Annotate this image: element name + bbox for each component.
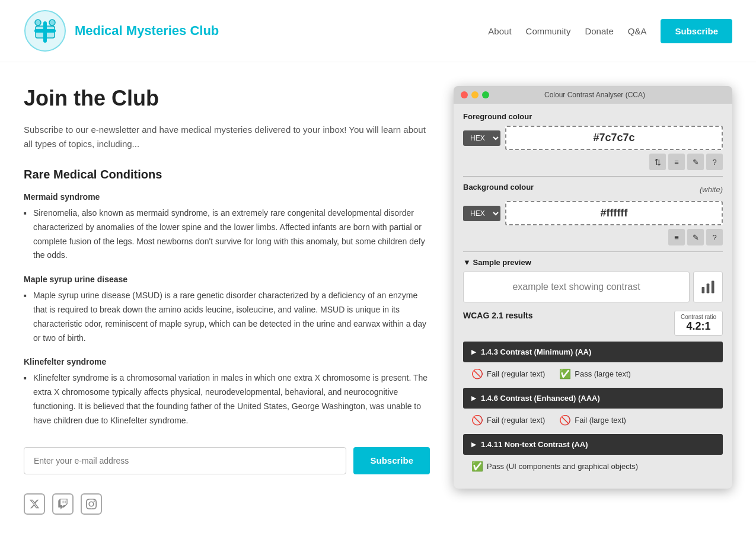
criterion-arrow-3: ▶ xyxy=(471,441,476,448)
condition-klinefelter-desc: Klinefelter syndrome is a chromosomal va… xyxy=(24,371,430,428)
twitter-icon[interactable] xyxy=(24,493,45,515)
svg-rect-6 xyxy=(702,287,705,294)
condition-msud-list: Maple syrup urine disease (MSUD) is a ra… xyxy=(24,289,430,345)
maximize-dot[interactable] xyxy=(482,91,489,98)
fail-icon-1: 🚫 xyxy=(471,414,483,426)
main-content: Join the Club Subscribe to our e-newslet… xyxy=(0,62,756,538)
criterion-1-4-6-label: 1.4.6 Contrast (Enhanced) (AAA) xyxy=(481,394,600,403)
criterion-1-4-3-results: 🚫 Fail (regular text) ✅ Pass (large text… xyxy=(463,363,723,384)
condition-klinefelter-list: Klinefelter syndrome is a chromosomal va… xyxy=(24,371,430,428)
bg-help-btn[interactable]: ? xyxy=(706,229,723,245)
minimize-dot[interactable] xyxy=(471,91,479,98)
divider-2 xyxy=(463,251,723,252)
pass-icon-1: ✅ xyxy=(471,461,483,472)
fail-icon-0: 🚫 xyxy=(471,368,483,379)
intro-text: Subscribe to our e-newsletter and have m… xyxy=(24,123,430,151)
svg-point-4 xyxy=(35,20,41,25)
bg-label: Background colour xyxy=(463,183,534,192)
cca-titlebar: Colour Contrast Analyser (CCA) xyxy=(454,86,732,104)
svg-rect-3 xyxy=(34,29,56,33)
svg-rect-8 xyxy=(712,281,714,294)
criterion-arrow-1: ▶ xyxy=(471,349,476,355)
bg-icon-row: ≡ ✎ ? xyxy=(463,229,723,245)
site-title: Medical Mysteries Club xyxy=(75,23,219,39)
page-title: Join the Club xyxy=(24,86,430,111)
criterion-1-4-3-label: 1.4.3 Contrast (Minimum) (AA) xyxy=(481,347,591,356)
condition-msud-desc: Maple syrup urine disease (MSUD) is a ra… xyxy=(24,289,430,345)
contrast-ratio-box: Contrast ratio 4.2:1 xyxy=(674,311,723,336)
cca-body: Foreground colour HEX RGB HSL ⇅ ≡ ✎ ? Ba… xyxy=(454,104,732,489)
criterion-1-4-11[interactable]: ▶ 1.4.11 Non-text Contrast (AA) xyxy=(463,434,723,455)
condition-klinefelter: Klinefelter syndrome Klinefelter syndrom… xyxy=(24,357,430,428)
cca-window: Colour Contrast Analyser (CCA) Foregroun… xyxy=(454,86,732,489)
criterion-1-4-6[interactable]: ▶ 1.4.6 Contrast (Enhanced) (AAA) xyxy=(463,388,723,409)
condition-klinefelter-title: Klinefelter syndrome xyxy=(24,357,430,366)
fg-icon-row: ⇅ ≡ ✎ ? xyxy=(463,154,723,170)
bg-white-label: (white) xyxy=(700,185,723,194)
section-title: Rare Medical Conditions xyxy=(24,168,430,181)
criterion-1-4-6-result-1-text: Fail (large text) xyxy=(575,416,626,425)
nav-community[interactable]: Community xyxy=(526,26,571,36)
nav-qa[interactable]: Q&A xyxy=(628,26,647,36)
bg-value-input[interactable] xyxy=(505,201,723,225)
fg-help-btn[interactable]: ? xyxy=(706,154,723,170)
svg-point-5 xyxy=(49,20,55,25)
criterion-1-4-3-result-0-text: Fail (regular text) xyxy=(487,369,545,378)
bg-label-row: Background colour (white) xyxy=(463,183,723,196)
divider-1 xyxy=(463,176,723,177)
fg-input-row: HEX RGB HSL xyxy=(463,126,723,150)
condition-mermaid: Mermaid syndrome Sirenomelia, also known… xyxy=(24,192,430,263)
condition-mermaid-title: Mermaid syndrome xyxy=(24,192,430,202)
subscribe-area: Subscribe xyxy=(24,447,430,474)
wcag-title: WCAG 2.1 results xyxy=(463,311,532,320)
fg-format-select[interactable]: HEX RGB HSL xyxy=(463,130,500,146)
wcag-header: WCAG 2.1 results Contrast ratio 4.2:1 xyxy=(463,311,723,336)
fg-sliders-btn[interactable]: ≡ xyxy=(668,154,685,170)
nav-about[interactable]: About xyxy=(488,26,511,36)
sample-text: example text showing contrast xyxy=(512,282,640,292)
bg-eyedropper-btn[interactable]: ✎ xyxy=(687,229,704,245)
cca-window-controls xyxy=(461,91,489,98)
sample-preview-row: example text showing contrast xyxy=(463,272,723,302)
close-dot[interactable] xyxy=(461,91,468,98)
bg-format-select[interactable]: HEX RGB HSL xyxy=(463,206,500,221)
fail-icon-2: 🚫 xyxy=(559,414,571,426)
bg-sliders-btn[interactable]: ≡ xyxy=(668,229,685,245)
criterion-1-4-6-result-0: 🚫 Fail (regular text) xyxy=(471,414,545,426)
social-icons xyxy=(24,493,430,515)
fg-value-input[interactable] xyxy=(505,126,723,150)
criterion-1-4-6-result-1: 🚫 Fail (large text) xyxy=(559,414,626,426)
criterion-1-4-11-label: 1.4.11 Non-text Contrast (AA) xyxy=(481,440,588,449)
sample-preview-title: ▼ Sample preview xyxy=(463,258,723,267)
contrast-ratio-value: 4.2:1 xyxy=(681,320,716,333)
fg-eyedropper-btn[interactable]: ✎ xyxy=(687,154,704,170)
criterion-1-4-6-result-0-text: Fail (regular text) xyxy=(487,416,545,425)
criterion-1-4-11-results: ✅ Pass (UI components and graphical obje… xyxy=(463,456,723,477)
criterion-1-4-11-result-0-text: Pass (UI components and graphical object… xyxy=(487,462,638,471)
condition-mermaid-list: Sirenomelia, also known as mermaid syndr… xyxy=(24,206,430,263)
pass-icon-0: ✅ xyxy=(559,368,571,379)
cca-title: Colour Contrast Analyser (CCA) xyxy=(494,91,696,99)
header: Medical Mysteries Club About Community D… xyxy=(0,0,756,62)
criterion-1-4-3[interactable]: ▶ 1.4.3 Contrast (Minimum) (AA) xyxy=(463,342,723,362)
instagram-icon[interactable] xyxy=(81,493,102,515)
condition-msud: Maple syrup urine disease Maple syrup ur… xyxy=(24,275,430,345)
header-subscribe-button[interactable]: Subscribe xyxy=(661,19,732,43)
criterion-1-4-3-result-1-text: Pass (large text) xyxy=(575,369,631,378)
nav-donate[interactable]: Donate xyxy=(585,26,613,36)
fg-transfer-btn[interactable]: ⇅ xyxy=(649,154,666,170)
criterion-1-4-6-results: 🚫 Fail (regular text) 🚫 Fail (large text… xyxy=(463,410,723,430)
criterion-1-4-11-result-0: ✅ Pass (UI components and graphical obje… xyxy=(471,461,638,472)
fg-label: Foreground colour xyxy=(463,112,723,121)
left-content: Join the Club Subscribe to our e-newslet… xyxy=(24,86,430,515)
condition-msud-title: Maple syrup urine disease xyxy=(24,275,430,284)
email-input[interactable] xyxy=(24,447,346,474)
twitch-icon[interactable] xyxy=(52,493,74,515)
contrast-ratio-label: Contrast ratio xyxy=(681,314,716,320)
criterion-arrow-2: ▶ xyxy=(471,395,476,401)
condition-mermaid-desc: Sirenomelia, also known as mermaid syndr… xyxy=(24,206,430,263)
sample-chart-button[interactable] xyxy=(693,272,723,302)
subscribe-button[interactable]: Subscribe xyxy=(353,447,430,474)
bg-input-row: HEX RGB HSL xyxy=(463,201,723,225)
sample-text-box: example text showing contrast xyxy=(463,272,690,302)
